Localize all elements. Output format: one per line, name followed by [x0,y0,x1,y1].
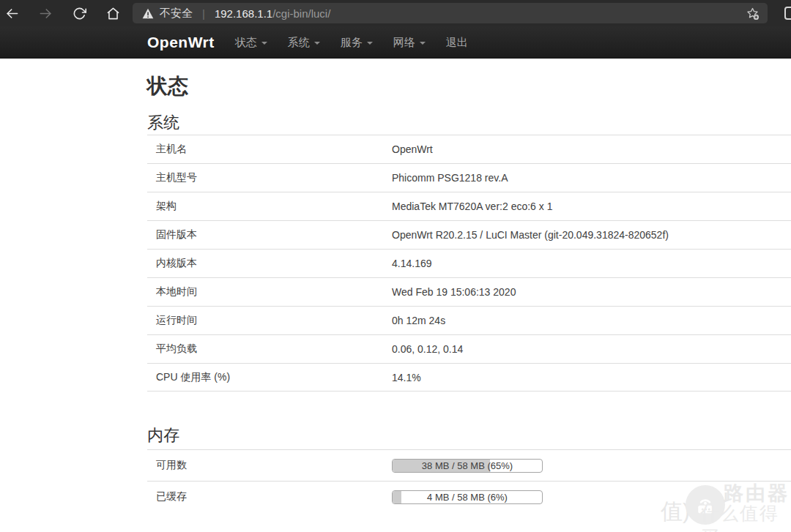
table-row: 已缓存 4 MB / 58 MB (6%) [147,481,791,512]
memory-cached-progressbar: 4 MB / 58 MB (6%) [392,490,543,504]
main-menu: 状态 系统 服务 网络 退出 [225,26,478,59]
row-label: CPU 使用率 (%) [147,371,392,384]
menu-logout[interactable]: 退出 [436,26,478,59]
menu-services[interactable]: 服务 [330,26,383,59]
address-bar[interactable]: 不安全 | 192.168.1.1/cgi-bin/luci/ [133,3,768,23]
memory-info-table: 可用数 38 MB / 58 MB (65%) 已缓存 4 MB / 58 MB… [147,449,791,512]
row-label: 固件版本 [147,228,392,241]
table-row: 可用数 38 MB / 58 MB (65%) [147,449,791,481]
row-label: 架构 [147,200,392,213]
row-value: 38 MB / 58 MB (65%) [392,459,791,473]
table-row: CPU 使用率 (%) 14.1% [147,363,791,391]
row-label: 已缓存 [147,490,392,503]
menu-network-label: 网络 [393,36,415,48]
row-value: 14.1% [392,372,791,383]
row-value: MediaTek MT7620A ver:2 eco:6 x 1 [392,201,791,212]
brand-openwrt[interactable]: OpenWrt [147,34,215,51]
reload-icon [73,7,86,20]
system-section-heading: 系统 [147,113,791,132]
table-row: 本地时间 Wed Feb 19 15:06:13 2020 [147,277,791,306]
menu-network[interactable]: 网络 [383,26,436,59]
menu-system[interactable]: 系统 [278,26,330,59]
forward-arrow-icon [39,7,53,20]
menu-services-label: 服务 [341,36,363,48]
row-label: 主机名 [147,143,392,156]
not-secure-warning-icon[interactable] [142,8,154,19]
menu-status-label: 状态 [235,36,257,48]
back-arrow-icon [5,7,19,20]
page-content: 状态 系统 主机名 OpenWrt 主机型号 Phicomm PSG1218 r… [147,74,791,512]
back-button[interactable] [4,5,20,21]
progressbar-text: 38 MB / 58 MB (65%) [393,460,542,472]
home-icon [106,7,120,20]
row-value: 4.14.169 [392,258,791,269]
clipped-toolbar-icon [784,7,791,20]
progressbar-text: 4 MB / 58 MB (6%) [393,491,542,503]
menu-status[interactable]: 状态 [225,26,278,59]
page-title: 状态 [147,74,791,98]
chevron-down-icon [261,42,267,45]
memory-free-progressbar: 38 MB / 58 MB (65%) [392,459,543,473]
address-divider: | [202,7,205,20]
forward-button[interactable] [37,5,53,21]
url-text[interactable]: 192.168.1.1/cgi-bin/luci/ [215,7,330,20]
table-row: 主机型号 Phicomm PSG1218 rev.A [147,163,791,192]
row-value: Phicomm PSG1218 rev.A [392,172,791,184]
row-value: 4 MB / 58 MB (6%) [392,490,791,504]
row-value: OpenWrt [392,143,791,155]
chevron-down-icon [314,42,320,45]
url-host: 192.168.1.1 [215,7,272,20]
row-label: 主机型号 [147,171,392,184]
table-row: 内核版本 4.14.169 [147,249,791,277]
table-row: 平均负载 0.06, 0.12, 0.14 [147,334,791,363]
openwrt-navbar: OpenWrt 状态 系统 服务 网络 退出 [0,26,791,59]
home-button[interactable] [105,5,121,21]
menu-logout-label: 退出 [446,36,468,48]
system-info-table: 主机名 OpenWrt 主机型号 Phicomm PSG1218 rev.A 架… [147,135,791,391]
add-favorite-button[interactable] [744,5,760,21]
star-plus-icon [746,7,760,20]
row-label: 运行时间 [147,314,392,327]
reload-button[interactable] [71,5,87,21]
row-label: 可用数 [147,459,392,472]
table-row: 固件版本 OpenWrt R20.2.15 / LuCI Master (git… [147,220,791,249]
url-path: /cgi-bin/luci/ [272,7,330,20]
row-value: 0h 12m 24s [392,315,791,326]
row-value: 0.06, 0.12, 0.14 [392,343,791,355]
row-label: 内核版本 [147,257,392,270]
memory-section-heading: 内存 [147,426,791,445]
security-status-label[interactable]: 不安全 [160,7,193,20]
chevron-down-icon [420,42,426,45]
row-label: 本地时间 [147,285,392,299]
row-label: 平均负载 [147,342,392,356]
menu-system-label: 系统 [288,36,310,48]
row-value: OpenWrt R20.2.15 / LuCI Master (git-20.0… [392,229,791,241]
table-row: 架构 MediaTek MT7620A ver:2 eco:6 x 1 [147,192,791,220]
chevron-down-icon [367,42,373,45]
browser-toolbar: 不安全 | 192.168.1.1/cgi-bin/luci/ [0,0,791,26]
row-value: Wed Feb 19 15:06:13 2020 [392,286,791,298]
table-row: 运行时间 0h 12m 24s [147,306,791,334]
table-row: 主机名 OpenWrt [147,135,791,163]
